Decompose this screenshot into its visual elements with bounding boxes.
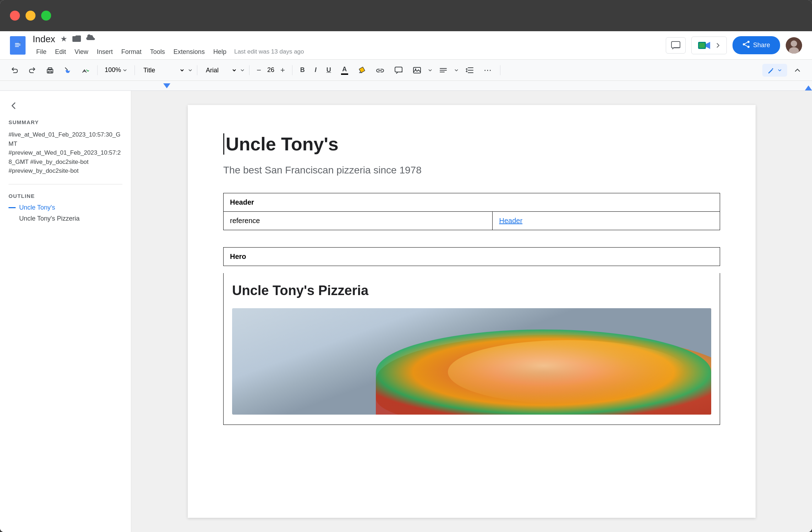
font-selector[interactable]: Arial bbox=[202, 65, 237, 76]
outline-item-pizzeria[interactable]: Uncle Tony's Pizzeria bbox=[9, 215, 122, 222]
summary-text: #live_at_Wed_01_Feb_2023_10:57:30_GMT #p… bbox=[9, 130, 122, 176]
ruler-marker-down bbox=[163, 83, 170, 88]
folder-icon[interactable] bbox=[72, 35, 81, 44]
maximize-button[interactable] bbox=[41, 11, 51, 21]
svg-rect-3 bbox=[15, 46, 19, 47]
hero-table: Hero bbox=[223, 247, 720, 266]
highlight-button[interactable] bbox=[355, 63, 369, 77]
share-label: Share bbox=[753, 41, 770, 49]
outline-item-uncle-tonys[interactable]: Uncle Tony's bbox=[9, 204, 122, 211]
italic-button[interactable]: I bbox=[311, 63, 320, 77]
font-dropdown-icon bbox=[240, 68, 245, 73]
font-size-control: − 26 + bbox=[254, 64, 288, 76]
topbar-right: Share bbox=[666, 36, 802, 54]
redo-button[interactable] bbox=[25, 63, 40, 77]
font-size-value[interactable]: 26 bbox=[265, 66, 276, 74]
menu-view[interactable]: View bbox=[71, 47, 92, 57]
toolbar-separator-4 bbox=[249, 65, 249, 75]
header-table: Header reference Header bbox=[223, 193, 720, 230]
zoom-control[interactable]: 100% bbox=[102, 65, 130, 75]
last-edit-text: Last edit was 13 days ago bbox=[234, 48, 304, 55]
svg-rect-20 bbox=[395, 67, 402, 72]
hero-title[interactable]: Uncle Tony's Pizzeria bbox=[232, 283, 711, 298]
table-cell-reference: reference bbox=[224, 212, 493, 230]
image-button[interactable] bbox=[409, 63, 425, 77]
svg-rect-2 bbox=[15, 44, 20, 45]
menu-tools[interactable]: Tools bbox=[147, 47, 169, 57]
svg-rect-4 bbox=[72, 36, 81, 42]
svg-rect-21 bbox=[413, 67, 421, 73]
style-dropdown-icon bbox=[188, 68, 193, 73]
star-icon[interactable]: ★ bbox=[60, 34, 67, 44]
cloud-icon[interactable] bbox=[86, 34, 96, 44]
doc-subtitle[interactable]: The best San Franciscan pizzeria since 1… bbox=[223, 165, 720, 176]
minimize-button[interactable] bbox=[26, 11, 35, 21]
table-cell-header-link[interactable]: Header bbox=[493, 212, 720, 230]
doc-page: Uncle Tony's The best San Franciscan piz… bbox=[188, 105, 756, 518]
ruler-marker-up bbox=[805, 85, 812, 90]
docs-logo bbox=[10, 36, 26, 55]
hero-header: Hero bbox=[224, 248, 720, 266]
ruler bbox=[0, 81, 812, 91]
paintformat-button[interactable] bbox=[60, 63, 75, 77]
user-avatar[interactable] bbox=[786, 37, 802, 54]
svg-rect-5 bbox=[671, 41, 680, 48]
outline-link-pizzeria[interactable]: Uncle Tony's Pizzeria bbox=[19, 215, 79, 222]
spellcheck-button[interactable] bbox=[78, 63, 93, 77]
font-size-decrease[interactable]: − bbox=[254, 64, 264, 76]
text-color-button[interactable]: A bbox=[338, 63, 352, 78]
topbar: Index ★ File Edit View Insert Format Too… bbox=[0, 31, 812, 60]
outline-title: OUTLINE bbox=[9, 193, 122, 199]
line-spacing-button[interactable] bbox=[462, 63, 477, 77]
toolbar-separator-1 bbox=[97, 65, 98, 75]
image-dropdown-icon bbox=[428, 68, 433, 73]
svg-rect-18 bbox=[48, 71, 52, 73]
align-dropdown-icon bbox=[454, 68, 459, 73]
menu-extensions[interactable]: Extensions bbox=[170, 47, 208, 57]
undo-button[interactable] bbox=[7, 63, 22, 77]
table-row: reference Header bbox=[224, 212, 720, 230]
doc-title-area: Index ★ File Edit View Insert Format Too… bbox=[33, 34, 304, 57]
menu-file[interactable]: File bbox=[33, 47, 50, 57]
toolbar-separator-3 bbox=[197, 65, 197, 75]
zoom-value: 100% bbox=[105, 66, 121, 74]
toolbar: 100% Title Heading 1 Heading 2 Normal te… bbox=[0, 60, 812, 81]
menu-format[interactable]: Format bbox=[118, 47, 145, 57]
main-area: SUMMARY #live_at_Wed_01_Feb_2023_10:57:3… bbox=[0, 91, 812, 532]
share-button[interactable]: Share bbox=[733, 36, 780, 54]
outline-link-uncle-tonys[interactable]: Uncle Tony's bbox=[19, 204, 55, 211]
share-icon bbox=[742, 40, 750, 50]
summary-title: SUMMARY bbox=[9, 119, 122, 125]
bold-button[interactable]: B bbox=[297, 63, 308, 77]
comments-button[interactable] bbox=[666, 37, 686, 54]
menu-insert[interactable]: Insert bbox=[93, 47, 116, 57]
sidebar-back-button[interactable] bbox=[9, 101, 122, 111]
underline-button[interactable]: U bbox=[323, 63, 335, 77]
align-button[interactable] bbox=[435, 63, 451, 77]
more-options-button[interactable]: ⋯ bbox=[480, 63, 496, 78]
print-button[interactable] bbox=[43, 63, 57, 77]
header-link[interactable]: Header bbox=[499, 217, 522, 225]
menu-help[interactable]: Help bbox=[210, 47, 230, 57]
link-button[interactable] bbox=[372, 63, 388, 77]
close-button[interactable] bbox=[10, 11, 20, 21]
svg-point-8 bbox=[747, 41, 750, 43]
hero-inner: Uncle Tony's Pizzeria bbox=[223, 273, 720, 425]
outline-active-indicator bbox=[9, 207, 16, 208]
font-size-increase[interactable]: + bbox=[278, 64, 288, 76]
toolbar-separator-6 bbox=[500, 65, 500, 75]
doc-title[interactable]: Index bbox=[33, 34, 55, 45]
collapse-toolbar-button[interactable] bbox=[790, 63, 805, 77]
sidebar: SUMMARY #live_at_Wed_01_Feb_2023_10:57:3… bbox=[0, 91, 131, 532]
menu-edit[interactable]: Edit bbox=[51, 47, 70, 57]
edit-mode-button[interactable] bbox=[762, 64, 787, 77]
app-window: Index ★ File Edit View Insert Format Too… bbox=[0, 0, 812, 532]
document-area[interactable]: Uncle Tony's The best San Franciscan piz… bbox=[131, 91, 812, 532]
meet-button[interactable] bbox=[691, 37, 727, 54]
toolbar-right bbox=[762, 63, 805, 77]
style-selector[interactable]: Title Heading 1 Heading 2 Normal text bbox=[139, 65, 185, 76]
comment-button[interactable] bbox=[391, 63, 406, 77]
svg-line-11 bbox=[745, 42, 747, 44]
table-header: Header bbox=[224, 193, 720, 212]
doc-main-heading[interactable]: Uncle Tony's bbox=[223, 133, 720, 155]
